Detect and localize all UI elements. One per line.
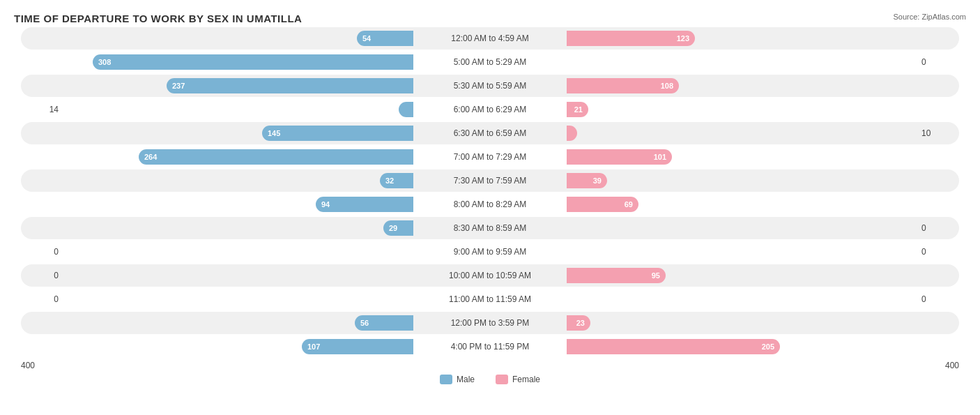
male-bar: 29 — [383, 220, 413, 236]
table-row: 010:00 AM to 10:59 AM95 — [21, 264, 959, 287]
male-bar: 308 — [93, 54, 413, 70]
table-row: 146:00 AM to 6:29 AM21 — [21, 98, 959, 121]
axis-right: 400 — [945, 361, 959, 370]
table-row: 09:00 AM to 9:59 AM0 — [21, 241, 959, 263]
female-value: 39 — [593, 176, 607, 185]
table-row: 2375:30 AM to 5:59 AM108 — [21, 75, 959, 97]
time-range-label: 5:30 AM to 5:59 AM — [413, 81, 567, 91]
male-bar: 107 — [302, 339, 413, 354]
male-bar — [399, 102, 413, 117]
male-value: 94 — [316, 200, 330, 209]
female-value: 0 — [917, 294, 959, 304]
table-row: 5612:00 PM to 3:59 PM23 — [21, 312, 959, 334]
male-value: 0 — [21, 294, 63, 304]
female-value: 95 — [652, 271, 666, 280]
male-value: 14 — [21, 105, 63, 114]
chart-source: Source: ZipAtlas.com — [893, 13, 966, 21]
table-row: 5412:00 AM to 4:59 AM123 — [21, 27, 959, 50]
male-bar: 237 — [167, 78, 413, 93]
legend: Male Female — [14, 375, 966, 384]
time-range-label: 4:00 PM to 11:59 PM — [413, 342, 567, 352]
female-bar: 101 — [567, 149, 672, 165]
legend-male-label: Male — [457, 375, 475, 384]
female-bar: 69 — [567, 197, 638, 212]
male-value: 107 — [302, 342, 320, 351]
time-range-label: 9:00 AM to 9:59 AM — [413, 247, 567, 257]
time-range-label: 5:00 AM to 5:29 AM — [413, 57, 567, 67]
legend-female-label: Female — [512, 375, 540, 384]
time-range-label: 10:00 AM to 10:59 AM — [413, 271, 567, 280]
female-bar: 123 — [567, 31, 695, 46]
male-value: 237 — [167, 82, 185, 90]
legend-female: Female — [496, 375, 540, 384]
chart-rows: 5412:00 AM to 4:59 AM1233085:00 AM to 5:… — [21, 27, 959, 359]
time-range-label: 7:00 AM to 7:29 AM — [413, 152, 567, 162]
female-value: 0 — [917, 223, 959, 233]
female-bar: 205 — [567, 339, 780, 354]
female-value: 108 — [661, 82, 679, 90]
male-value: 264 — [139, 153, 157, 161]
male-value: 308 — [93, 58, 111, 66]
chart-container: TIME OF DEPARTURE TO WORK BY SEX IN UMAT… — [0, 0, 980, 415]
time-range-label: 12:00 PM to 3:59 PM — [413, 318, 567, 328]
legend-male: Male — [440, 375, 475, 384]
time-range-label: 12:00 AM to 4:59 AM — [413, 33, 567, 43]
time-range-label: 8:00 AM to 8:29 AM — [413, 199, 567, 209]
table-row: 1074:00 PM to 11:59 PM205 — [21, 335, 959, 358]
male-value: 32 — [380, 176, 394, 185]
table-row: 298:30 AM to 8:59 AM0 — [21, 217, 959, 239]
female-bar: 39 — [567, 173, 607, 188]
male-bar: 56 — [355, 315, 413, 331]
female-bar: 108 — [567, 78, 679, 93]
male-bar: 54 — [357, 31, 413, 46]
female-bar: 95 — [567, 268, 666, 283]
male-bar: 94 — [316, 197, 413, 212]
male-value: 54 — [357, 34, 371, 43]
male-bar: 145 — [262, 126, 413, 141]
female-value: 101 — [654, 153, 672, 161]
male-bar: 32 — [380, 173, 413, 188]
male-value: 145 — [262, 129, 280, 137]
time-range-label: 6:00 AM to 6:29 AM — [413, 105, 567, 114]
female-value: 21 — [574, 105, 588, 114]
time-range-label: 7:30 AM to 7:59 AM — [413, 176, 567, 186]
male-value: 56 — [355, 319, 369, 327]
female-bar: 21 — [567, 102, 588, 117]
female-value: 0 — [917, 247, 959, 257]
time-range-label: 6:30 AM to 6:59 AM — [413, 128, 567, 138]
table-row: 011:00 AM to 11:59 AM0 — [21, 288, 959, 310]
male-bar: 264 — [139, 149, 413, 165]
legend-male-icon — [440, 375, 452, 384]
female-bar — [567, 126, 577, 141]
female-value: 23 — [576, 319, 590, 327]
time-range-label: 8:30 AM to 8:59 AM — [413, 223, 567, 233]
time-range-label: 11:00 AM to 11:59 AM — [413, 294, 567, 304]
female-bar: 23 — [567, 315, 590, 331]
table-row: 327:30 AM to 7:59 AM39 — [21, 169, 959, 192]
female-value: 69 — [625, 200, 638, 209]
table-row: 3085:00 AM to 5:29 AM0 — [21, 51, 959, 73]
female-value: 205 — [762, 342, 780, 351]
male-value: 29 — [383, 224, 397, 232]
female-value: 0 — [917, 57, 959, 67]
chart-title: TIME OF DEPARTURE TO WORK BY SEX IN UMAT… — [14, 13, 302, 24]
male-value: 0 — [21, 247, 63, 257]
male-value: 0 — [21, 271, 63, 280]
legend-female-icon — [496, 375, 508, 384]
axis-left: 400 — [21, 361, 35, 370]
table-row: 2647:00 AM to 7:29 AM101 — [21, 146, 959, 168]
female-value: 123 — [677, 34, 695, 43]
table-row: 1456:30 AM to 6:59 AM10 — [21, 122, 959, 144]
female-value: 10 — [917, 128, 959, 138]
table-row: 948:00 AM to 8:29 AM69 — [21, 193, 959, 216]
